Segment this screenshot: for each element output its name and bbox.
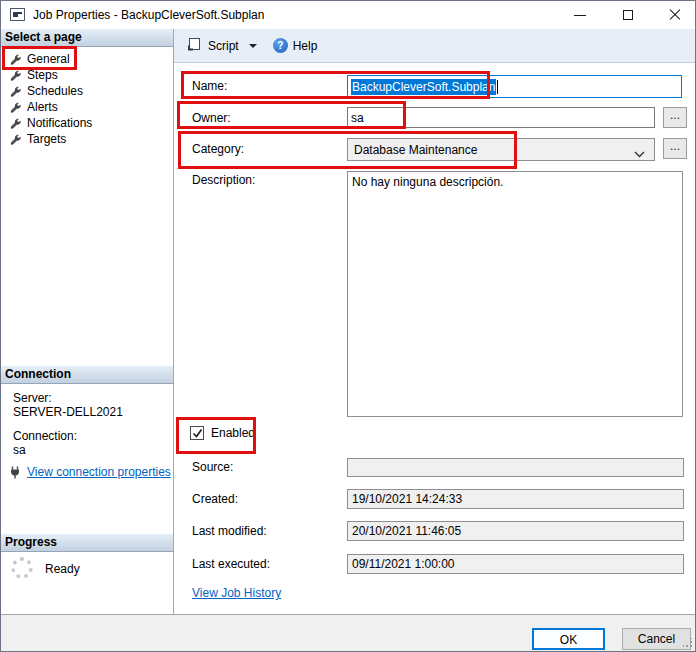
sidebar-item-label: Alerts — [27, 99, 58, 115]
connection-value: sa — [13, 443, 26, 457]
sidebar-item-label: Notifications — [27, 115, 92, 131]
sidebar-item-schedules[interactable]: Schedules — [1, 83, 173, 99]
toolbar: Script ? Help — [174, 29, 696, 63]
wrench-icon — [9, 133, 22, 150]
sidebar-item-general[interactable]: General — [1, 51, 173, 67]
sidebar-item-label: Targets — [27, 131, 66, 147]
created-label: Created: — [192, 492, 238, 506]
sidebar: Select a page General Steps Schedules Al… — [1, 29, 173, 614]
sidebar-item-label: Schedules — [27, 83, 83, 99]
created-field: 19/10/2021 14:24:33 — [347, 489, 684, 509]
maximize-icon — [623, 10, 633, 20]
view-connection-properties-link[interactable]: View connection properties — [27, 465, 171, 479]
last-modified-label: Last modified: — [192, 524, 267, 538]
category-label: Category: — [192, 142, 244, 156]
properties-window-icon — [10, 8, 25, 21]
help-button[interactable]: ? Help — [273, 38, 318, 53]
category-dropdown[interactable]: Database Maintenance — [347, 138, 655, 161]
description-textarea[interactable]: No hay ninguna descripción. — [347, 171, 683, 417]
footer: OK Cancel — [1, 614, 695, 652]
plug-icon — [8, 466, 22, 482]
sidebar-item-alerts[interactable]: Alerts — [1, 99, 173, 115]
title-bar: Job Properties - BackupCleverSoft.Subpla… — [1, 1, 695, 29]
category-selected-value: Database Maintenance — [354, 143, 477, 157]
script-button[interactable]: Script — [186, 36, 257, 55]
description-label: Description: — [192, 173, 255, 187]
sidebar-item-label: General — [27, 51, 70, 67]
job-properties-dialog: Job Properties - BackupCleverSoft.Subpla… — [0, 0, 696, 652]
script-label: Script — [208, 39, 239, 53]
name-input[interactable]: BackupCleverSoft.Subplan — [347, 75, 682, 98]
minimize-icon — [574, 15, 586, 16]
text-caret — [497, 80, 498, 94]
enabled-checkbox[interactable] — [190, 426, 204, 440]
resize-grip-icon[interactable] — [683, 637, 693, 651]
spinner-icon — [11, 557, 33, 579]
maximize-button[interactable] — [611, 1, 645, 29]
owner-label: Owner: — [192, 111, 231, 125]
last-modified-field: 20/10/2021 11:46:05 — [347, 521, 684, 541]
sidebar-item-steps[interactable]: Steps — [1, 67, 173, 83]
connection-header: Connection — [1, 366, 173, 384]
sidebar-item-notifications[interactable]: Notifications — [1, 115, 173, 131]
select-a-page-header: Select a page — [1, 29, 173, 47]
progress-status: Ready — [45, 562, 80, 576]
source-field — [347, 458, 684, 477]
minimize-button[interactable] — [563, 1, 597, 29]
last-executed-label: Last executed: — [192, 557, 270, 571]
connection-label: Connection: — [13, 429, 77, 443]
sidebar-item-targets[interactable]: Targets — [1, 131, 173, 147]
category-browse-button[interactable]: ... — [663, 138, 687, 159]
name-label: Name: — [192, 79, 227, 93]
script-icon — [186, 36, 202, 55]
chevron-down-icon[interactable] — [249, 44, 257, 48]
name-input-selected-text: BackupCleverSoft.Subplan — [351, 79, 496, 95]
source-label: Source: — [192, 460, 233, 474]
progress-header: Progress — [1, 534, 173, 552]
help-circle-icon: ? — [273, 38, 288, 53]
help-label: Help — [293, 39, 318, 53]
enabled-label: Enabled — [211, 426, 255, 440]
chevron-down-icon — [634, 147, 645, 161]
last-executed-field: 09/11/2021 1:00:00 — [347, 554, 684, 574]
close-button[interactable] — [658, 1, 692, 29]
ok-button[interactable]: OK — [532, 628, 605, 650]
window-title: Job Properties - BackupCleverSoft.Subpla… — [33, 1, 264, 29]
server-label: Server: — [13, 391, 52, 405]
view-job-history-link[interactable]: View Job History — [192, 586, 281, 600]
owner-browse-button[interactable]: ... — [663, 107, 687, 128]
main-panel: Script ? Help Name: BackupCleverSoft.Sub… — [173, 29, 696, 614]
sidebar-item-label: Steps — [27, 67, 58, 83]
owner-input[interactable]: sa — [347, 107, 655, 128]
checkmark-icon — [191, 427, 204, 440]
server-value: SERVER-DELL2021 — [13, 405, 123, 419]
cancel-button[interactable]: Cancel — [622, 628, 691, 650]
general-page-content: Name: BackupCleverSoft.Subplan Owner: sa… — [174, 63, 696, 614]
owner-input-text: sa — [351, 111, 364, 125]
